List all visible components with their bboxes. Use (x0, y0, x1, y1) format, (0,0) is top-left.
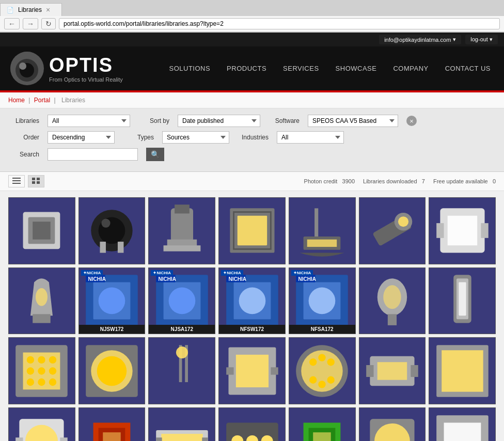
toolbar: Photon credit 3900 Libraries downloaded … (0, 172, 504, 191)
nichia-badge: ✦NICHIA (291, 270, 313, 276)
svg-point-70 (38, 367, 45, 374)
industries-select[interactable]: All (277, 131, 344, 144)
user-email: info@optikaydinlatma.com (384, 37, 451, 43)
svg-text:NICHIA: NICHIA (228, 276, 246, 282)
software-select[interactable]: SPEOS CAA V5 Based (308, 115, 398, 127)
breadcrumb-sep2: | (54, 97, 57, 104)
library-item[interactable]: NICHIA✦NICHIANJSW172 (78, 267, 146, 335)
svg-rect-95 (366, 365, 373, 377)
svg-rect-9 (32, 181, 35, 184)
library-grid: NICHIA✦NICHIANJSW172NICHIA✦NICHIANJSA172… (0, 191, 504, 441)
svg-point-68 (49, 356, 56, 364)
library-item[interactable] (218, 407, 286, 441)
svg-point-90 (327, 376, 335, 383)
grid-view-button[interactable] (28, 175, 44, 187)
library-item[interactable] (8, 407, 75, 441)
search-icon: 🔍 (151, 150, 160, 159)
refresh-button[interactable]: ↻ (41, 18, 56, 29)
sortby-select[interactable]: Date published (178, 115, 260, 127)
svg-rect-5 (12, 180, 21, 181)
list-view-button[interactable] (8, 175, 25, 187)
library-item[interactable] (359, 267, 426, 335)
libraries-label: Libraries (8, 117, 39, 124)
order-select[interactable]: Descending (48, 131, 115, 144)
svg-rect-102 (60, 437, 68, 441)
svg-point-88 (319, 354, 326, 361)
library-item[interactable] (8, 267, 75, 335)
svg-rect-13 (33, 222, 51, 240)
library-item[interactable] (359, 407, 426, 441)
nav-solutions[interactable]: SOLUTIONS (166, 62, 213, 74)
svg-point-89 (327, 358, 335, 366)
svg-rect-108 (156, 437, 162, 441)
svg-point-80 (176, 346, 188, 358)
search-input[interactable] (48, 148, 138, 161)
user-menu[interactable]: info@optikaydinlatma.com ▾ (379, 35, 461, 44)
svg-point-45 (168, 288, 195, 314)
search-button[interactable]: 🔍 (146, 148, 164, 161)
library-item[interactable] (78, 197, 146, 264)
libraries-select[interactable]: All (48, 115, 130, 127)
svg-point-71 (49, 367, 56, 374)
svg-point-74 (49, 379, 56, 386)
svg-rect-63 (459, 282, 466, 316)
active-tab[interactable]: 📄 Libraries × (0, 3, 62, 16)
svg-rect-33 (447, 216, 477, 245)
svg-point-37 (36, 288, 48, 306)
libraries-downloaded-stat: Libraries downloaded 7 (363, 178, 425, 184)
library-item[interactable] (289, 197, 356, 264)
library-item[interactable]: NICHIA✦NICHIANJSA172 (148, 267, 215, 335)
view-toggle (8, 175, 44, 187)
photon-credit-value: 3900 (342, 178, 355, 184)
library-item[interactable] (148, 197, 215, 264)
svg-rect-4 (12, 178, 21, 179)
nav-showcase[interactable]: SHOWCASE (333, 62, 380, 74)
library-item[interactable] (8, 337, 75, 404)
svg-rect-20 (175, 205, 190, 214)
library-item[interactable] (289, 407, 356, 441)
library-item[interactable] (429, 267, 496, 335)
library-item[interactable] (78, 337, 146, 404)
tab-bar: 📄 Libraries × (0, 0, 504, 16)
library-item[interactable] (218, 337, 286, 404)
breadcrumb-portal[interactable]: Portal (34, 97, 50, 104)
photon-credit-stat: Photon credit 3900 (304, 178, 355, 184)
tab-close-button[interactable]: × (46, 6, 50, 14)
library-item[interactable] (359, 197, 426, 264)
library-item[interactable] (429, 407, 496, 441)
svg-rect-98 (442, 350, 483, 391)
library-item[interactable] (429, 337, 496, 404)
logout-button[interactable]: log-out ▾ (465, 35, 498, 44)
back-button[interactable]: ← (4, 18, 20, 29)
logo-title: OPTIS (49, 54, 123, 76)
library-item[interactable] (148, 337, 215, 404)
filter-panel: Libraries All Sort by Date published Sof… (0, 108, 504, 172)
library-item[interactable] (78, 407, 146, 441)
filter-row-2: Order Descending Types Sources Industrie… (8, 131, 496, 144)
nav-services[interactable]: SERVICES (280, 62, 322, 74)
library-item[interactable] (218, 197, 286, 264)
logo-svg (10, 52, 44, 85)
tab-title: Libraries (18, 6, 42, 13)
svg-rect-16 (100, 242, 106, 253)
nav-company[interactable]: COMPANY (390, 62, 431, 74)
types-select[interactable]: Sources (162, 131, 229, 144)
library-item[interactable]: NICHIA✦NICHIANFSW172 (218, 267, 286, 335)
breadcrumb-home[interactable]: Home (8, 97, 25, 104)
svg-point-92 (309, 376, 317, 383)
nav-products[interactable]: PRODUCTS (224, 62, 270, 74)
svg-rect-8 (37, 178, 40, 180)
library-item[interactable] (289, 337, 356, 404)
svg-rect-36 (33, 314, 51, 323)
library-item[interactable] (359, 337, 426, 404)
library-item[interactable] (148, 407, 215, 441)
svg-point-55 (309, 288, 336, 314)
address-bar[interactable] (59, 18, 500, 29)
clear-filters-button[interactable]: × (406, 116, 417, 126)
library-item[interactable]: NICHIA✦NICHIANFSA172 (289, 267, 356, 335)
browser-chrome: 📄 Libraries × ← → ↻ (0, 0, 504, 33)
library-item[interactable] (8, 197, 75, 264)
forward-button[interactable]: → (23, 18, 38, 29)
nav-contact[interactable]: CONTACT US (442, 62, 494, 74)
library-item[interactable] (429, 197, 496, 264)
